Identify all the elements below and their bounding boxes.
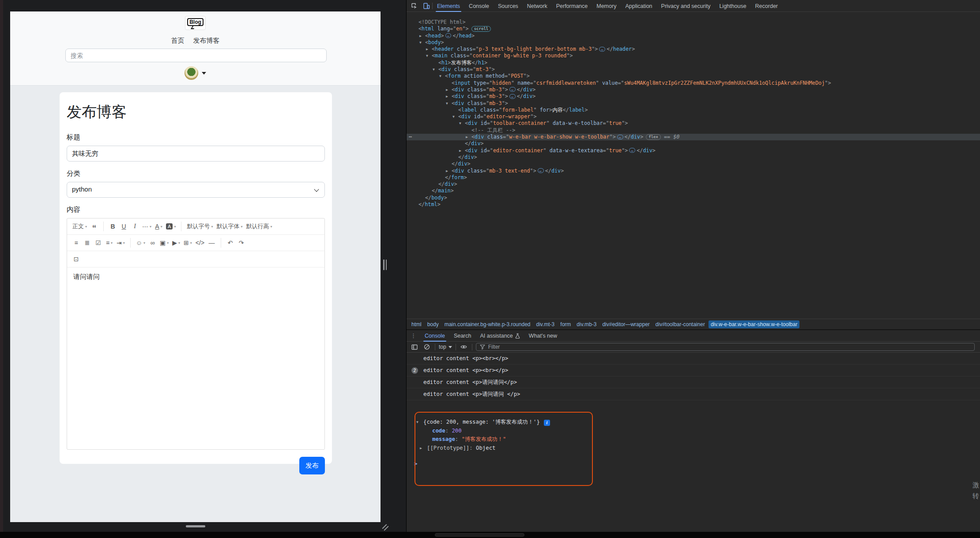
dom-tree-node[interactable]: ▼<div class="mt-3"> bbox=[407, 66, 980, 73]
console-filter-input[interactable]: Filter bbox=[476, 343, 975, 351]
indent-button[interactable]: ⇥▾ bbox=[115, 237, 127, 248]
clear-console-icon[interactable] bbox=[422, 341, 431, 353]
device-corner-resize-handle[interactable] bbox=[381, 523, 389, 530]
dom-tree-node[interactable]: ▶<header class="p-3 text-bg-light border… bbox=[407, 46, 980, 53]
expand-arrow-icon[interactable]: ▶ bbox=[466, 134, 471, 140]
expand-inline-ellipsis-icon[interactable]: … bbox=[629, 148, 635, 153]
dom-tree-node[interactable]: ▶<div class="mb-3">…</div> bbox=[407, 93, 980, 100]
fullscreen-button[interactable]: ⊡ bbox=[71, 253, 82, 265]
redo-button[interactable]: ↷ bbox=[236, 237, 247, 248]
bold-button[interactable]: B bbox=[107, 221, 118, 232]
numbered-list-button[interactable]: ≣ bbox=[82, 237, 93, 248]
drawer-tab-ai-assistance[interactable]: AI assistance bbox=[475, 330, 524, 342]
more-text-style-button[interactable]: ⋯▾ bbox=[140, 221, 153, 232]
dom-tree-node[interactable]: </div> bbox=[407, 140, 980, 147]
editor-content[interactable]: 请问请问 bbox=[67, 267, 324, 449]
tab-memory[interactable]: Memory bbox=[592, 0, 621, 12]
breadcrumb-item[interactable]: form bbox=[558, 320, 573, 328]
dom-tree-node[interactable]: <input type="hidden" name="csrfmiddlewar… bbox=[407, 80, 980, 87]
collapse-arrow-icon[interactable]: ▼ bbox=[419, 39, 425, 46]
italic-button[interactable]: I bbox=[129, 221, 140, 232]
tab-network[interactable]: Network bbox=[523, 0, 552, 12]
tab-recorder[interactable]: Recorder bbox=[751, 0, 782, 12]
dom-tree-node[interactable]: </form> bbox=[407, 174, 980, 181]
paragraph-style-button[interactable]: 正文▾ bbox=[71, 221, 89, 232]
dom-tree-node[interactable]: </div> bbox=[407, 154, 980, 161]
dom-tree-node[interactable]: <!-- 工具栏 --> bbox=[407, 127, 980, 134]
link-button[interactable]: ∞ bbox=[147, 237, 158, 248]
underline-button[interactable]: U bbox=[118, 221, 129, 232]
expand-inline-ellipsis-icon[interactable]: … bbox=[599, 47, 605, 52]
code-block-button[interactable]: </> bbox=[194, 237, 206, 248]
font-size-button[interactable]: 默认字号▾ bbox=[185, 221, 215, 232]
tab-performance[interactable]: Performance bbox=[552, 0, 592, 12]
console-sidebar-icon[interactable] bbox=[410, 341, 419, 353]
line-height-button[interactable]: 默认行高▾ bbox=[244, 221, 274, 232]
dom-tree-node[interactable]: ▼<div class="mb-3"> bbox=[407, 100, 980, 107]
dom-tree-node[interactable]: ▼<body> bbox=[407, 39, 980, 46]
breadcrumb-item[interactable]: div#toolbar-container bbox=[653, 320, 707, 328]
collapse-arrow-icon[interactable]: ▼ bbox=[416, 418, 418, 427]
dom-tree-node[interactable]: <html lang="en">scroll bbox=[407, 26, 980, 32]
blockquote-button[interactable]: “ bbox=[89, 221, 100, 232]
scroll-badge[interactable]: scroll bbox=[471, 26, 491, 32]
expand-arrow-icon[interactable]: ▶ bbox=[446, 93, 452, 100]
bullet-list-button[interactable]: ≡ bbox=[71, 237, 82, 248]
category-select[interactable]: python bbox=[67, 182, 325, 198]
inspect-element-icon[interactable] bbox=[408, 0, 420, 11]
avatar-dropdown-caret-icon[interactable] bbox=[202, 72, 206, 75]
collapse-arrow-icon[interactable]: ▼ bbox=[439, 73, 445, 79]
drawer-tab-console[interactable]: Console bbox=[420, 330, 449, 342]
expand-inline-ellipsis-icon[interactable]: … bbox=[445, 33, 452, 38]
nav-link-1[interactable]: 发布博客 bbox=[193, 37, 220, 45]
breadcrumb-item[interactable]: html bbox=[409, 320, 424, 328]
device-width-resize-handle[interactable] bbox=[383, 260, 387, 270]
breadcrumb-item[interactable]: div.mt-3 bbox=[534, 320, 557, 328]
dom-tree-node[interactable]: ⋯▶<div class="w-e-bar w-e-bar-show w-e-t… bbox=[407, 134, 980, 140]
breadcrumb-item[interactable]: main.container.bg-white.p-3.rounded bbox=[442, 320, 533, 328]
expand-arrow-icon[interactable]: ▶ bbox=[419, 33, 425, 39]
search-input[interactable] bbox=[65, 49, 327, 62]
dom-tree-node[interactable]: ▼<form action method="POST"> bbox=[407, 73, 980, 79]
breadcrumb-item[interactable]: div#editor—wrapper bbox=[600, 320, 652, 328]
emoji-button[interactable]: ☺▾ bbox=[134, 237, 147, 248]
expand-arrow-icon[interactable]: ▶ bbox=[426, 46, 432, 53]
device-toolbar-icon[interactable] bbox=[420, 0, 432, 11]
dom-tree-node[interactable]: ▼<main class="container bg-white p-3 rou… bbox=[407, 53, 980, 59]
live-expression-eye-icon[interactable] bbox=[460, 341, 468, 353]
collapse-arrow-icon[interactable]: ▼ bbox=[452, 113, 458, 120]
dom-tree-node[interactable]: </div> bbox=[407, 181, 980, 188]
flex-badge[interactable]: flex bbox=[646, 134, 661, 140]
justify-button[interactable]: ≡▾ bbox=[104, 237, 115, 248]
object-prototype-row[interactable]: ▶[[Prototype]]: Object bbox=[407, 444, 980, 453]
avatar[interactable] bbox=[185, 66, 198, 80]
expand-arrow-icon[interactable]: ▶ bbox=[446, 87, 452, 93]
dom-tree-node[interactable]: </html> bbox=[407, 201, 980, 208]
dom-tree-node[interactable]: <h1>发布博客</h1> bbox=[407, 60, 980, 66]
tab-lighthouse[interactable]: Lighthouse bbox=[715, 0, 750, 12]
drawer-menu-icon[interactable]: ⋮ bbox=[407, 332, 420, 339]
dom-tree-node[interactable]: ▶<head>…</head> bbox=[407, 33, 980, 39]
tab-elements[interactable]: Elements bbox=[433, 0, 464, 12]
expand-arrow-icon[interactable]: ▶ bbox=[420, 444, 422, 453]
tab-privacy-and-security[interactable]: Privacy and security bbox=[657, 0, 715, 12]
image-button[interactable]: ▣▾ bbox=[158, 237, 170, 248]
dom-tree-node[interactable]: ▶<div class="mb-3 text-end">…</div> bbox=[407, 168, 980, 174]
title-input[interactable] bbox=[67, 146, 325, 162]
undo-button[interactable]: ↶ bbox=[225, 237, 236, 248]
font-color-button[interactable]: A▾ bbox=[153, 221, 164, 232]
blog-logo[interactable]: Blog bbox=[185, 16, 206, 30]
nav-link-0[interactable]: 首页 bbox=[171, 37, 185, 45]
font-family-button[interactable]: 默认字体▾ bbox=[215, 221, 244, 232]
info-icon[interactable]: i bbox=[544, 420, 550, 426]
object-preview-row[interactable]: ▼{code: 200, message: '博客发布成功！'}i bbox=[407, 418, 980, 427]
tab-console[interactable]: Console bbox=[464, 0, 494, 12]
background-color-button[interactable]: A▾ bbox=[164, 221, 177, 232]
tab-application[interactable]: Application bbox=[621, 0, 656, 12]
breadcrumb-item[interactable]: div.mb-3 bbox=[574, 320, 599, 328]
dom-tree-node[interactable]: </main> bbox=[407, 188, 980, 194]
publish-button[interactable]: 发布 bbox=[299, 457, 325, 474]
expand-inline-ellipsis-icon[interactable]: … bbox=[617, 135, 623, 139]
dom-tree-node[interactable]: ▼<div id="toolbar-container" data-w-e-to… bbox=[407, 120, 980, 127]
collapse-arrow-icon[interactable]: ▼ bbox=[459, 120, 465, 127]
